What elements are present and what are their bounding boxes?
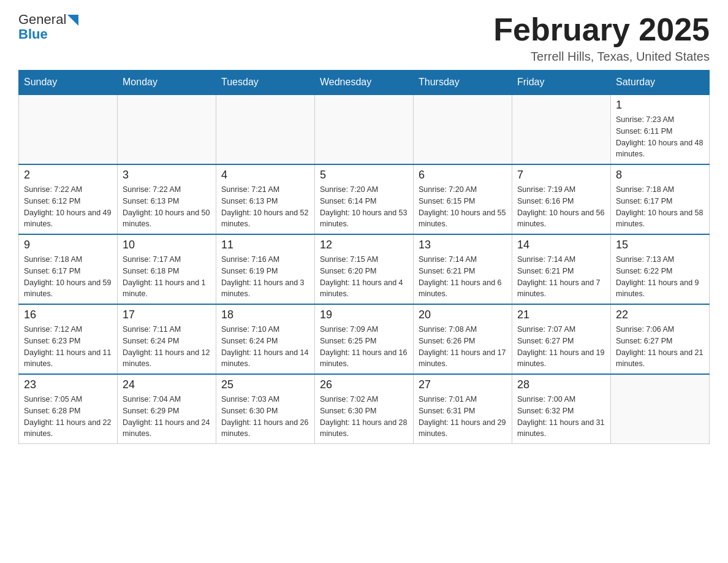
weekday-header-monday: Monday: [118, 71, 216, 95]
day-info: Sunrise: 7:01 AMSunset: 6:31 PMDaylight:…: [419, 394, 507, 440]
weekday-header-friday: Friday: [512, 71, 611, 95]
title-block: February 2025 Terrell Hills, Texas, Unit…: [493, 12, 710, 64]
calendar-day-cell: 27Sunrise: 7:01 AMSunset: 6:31 PMDayligh…: [414, 374, 512, 444]
day-number: 18: [221, 308, 309, 321]
day-info: Sunrise: 7:16 AMSunset: 6:19 PMDaylight:…: [221, 254, 309, 300]
day-info: Sunrise: 7:20 AMSunset: 6:15 PMDaylight:…: [419, 184, 507, 230]
calendar-body: 1Sunrise: 7:23 AMSunset: 6:11 PMDaylight…: [19, 94, 710, 444]
day-info: Sunrise: 7:08 AMSunset: 6:26 PMDaylight:…: [419, 324, 507, 370]
day-number: 20: [419, 308, 507, 321]
day-number: 3: [123, 169, 211, 182]
calendar-day-cell: [414, 94, 512, 164]
weekday-header-wednesday: Wednesday: [315, 71, 414, 95]
day-number: 16: [24, 308, 112, 321]
day-number: 15: [616, 239, 704, 251]
calendar-day-cell: 19Sunrise: 7:09 AMSunset: 6:25 PMDayligh…: [315, 304, 414, 374]
svg-marker-0: [67, 15, 78, 26]
calendar-day-cell: 11Sunrise: 7:16 AMSunset: 6:19 PMDayligh…: [216, 234, 315, 304]
day-info: Sunrise: 7:18 AMSunset: 6:17 PMDaylight:…: [616, 184, 704, 230]
calendar-day-cell: 6Sunrise: 7:20 AMSunset: 6:15 PMDaylight…: [414, 164, 512, 234]
calendar-header: SundayMondayTuesdayWednesdayThursdayFrid…: [19, 71, 710, 95]
day-info: Sunrise: 7:20 AMSunset: 6:14 PMDaylight:…: [320, 184, 408, 230]
day-number: 8: [616, 169, 704, 182]
calendar-day-cell: 7Sunrise: 7:19 AMSunset: 6:16 PMDaylight…: [512, 164, 611, 234]
weekday-header-row: SundayMondayTuesdayWednesdayThursdayFrid…: [19, 71, 710, 95]
calendar-day-cell: [315, 94, 414, 164]
calendar-week-row: 16Sunrise: 7:12 AMSunset: 6:23 PMDayligh…: [19, 304, 710, 374]
day-info: Sunrise: 7:14 AMSunset: 6:21 PMDaylight:…: [517, 254, 605, 300]
day-info: Sunrise: 7:04 AMSunset: 6:29 PMDaylight:…: [123, 394, 211, 440]
day-number: 13: [419, 239, 507, 251]
calendar-day-cell: 8Sunrise: 7:18 AMSunset: 6:17 PMDaylight…: [611, 164, 710, 234]
day-number: 5: [320, 169, 408, 182]
day-info: Sunrise: 7:11 AMSunset: 6:24 PMDaylight:…: [123, 324, 211, 370]
day-number: 19: [320, 308, 408, 321]
day-info: Sunrise: 7:03 AMSunset: 6:30 PMDaylight:…: [221, 394, 309, 440]
calendar-week-row: 23Sunrise: 7:05 AMSunset: 6:28 PMDayligh…: [19, 374, 710, 444]
calendar-week-row: 9Sunrise: 7:18 AMSunset: 6:17 PMDaylight…: [19, 234, 710, 304]
calendar-day-cell: 28Sunrise: 7:00 AMSunset: 6:32 PMDayligh…: [512, 374, 611, 444]
calendar-day-cell: [118, 94, 216, 164]
day-info: Sunrise: 7:00 AMSunset: 6:32 PMDaylight:…: [517, 394, 605, 440]
day-info: Sunrise: 7:12 AMSunset: 6:23 PMDaylight:…: [24, 324, 112, 370]
calendar-day-cell: 14Sunrise: 7:14 AMSunset: 6:21 PMDayligh…: [512, 234, 611, 304]
day-info: Sunrise: 7:09 AMSunset: 6:25 PMDaylight:…: [320, 324, 408, 370]
calendar-day-cell: 22Sunrise: 7:06 AMSunset: 6:27 PMDayligh…: [611, 304, 710, 374]
day-number: 11: [221, 239, 309, 251]
day-info: Sunrise: 7:18 AMSunset: 6:17 PMDaylight:…: [24, 254, 112, 300]
day-info: Sunrise: 7:07 AMSunset: 6:27 PMDaylight:…: [517, 324, 605, 370]
calendar-title: February 2025: [493, 12, 710, 47]
day-number: 27: [419, 378, 507, 391]
calendar-day-cell: [19, 94, 118, 164]
calendar-day-cell: 18Sunrise: 7:10 AMSunset: 6:24 PMDayligh…: [216, 304, 315, 374]
calendar-day-cell: 5Sunrise: 7:20 AMSunset: 6:14 PMDaylight…: [315, 164, 414, 234]
calendar-day-cell: 21Sunrise: 7:07 AMSunset: 6:27 PMDayligh…: [512, 304, 611, 374]
day-number: 12: [320, 239, 408, 251]
page-header: General Blue February 2025 Terrell Hills…: [18, 12, 710, 64]
day-info: Sunrise: 7:22 AMSunset: 6:12 PMDaylight:…: [24, 184, 112, 230]
day-number: 7: [517, 169, 605, 182]
calendar-day-cell: 26Sunrise: 7:02 AMSunset: 6:30 PMDayligh…: [315, 374, 414, 444]
day-number: 14: [517, 239, 605, 251]
calendar-day-cell: 16Sunrise: 7:12 AMSunset: 6:23 PMDayligh…: [19, 304, 118, 374]
day-info: Sunrise: 7:19 AMSunset: 6:16 PMDaylight:…: [517, 184, 605, 230]
calendar-day-cell: [216, 94, 315, 164]
calendar-subtitle: Terrell Hills, Texas, United States: [493, 50, 710, 64]
day-info: Sunrise: 7:15 AMSunset: 6:20 PMDaylight:…: [320, 254, 408, 300]
calendar-day-cell: 1Sunrise: 7:23 AMSunset: 6:11 PMDaylight…: [611, 94, 710, 164]
calendar-day-cell: 17Sunrise: 7:11 AMSunset: 6:24 PMDayligh…: [118, 304, 216, 374]
day-number: 23: [24, 378, 112, 391]
day-number: 9: [24, 239, 112, 251]
day-number: 22: [616, 308, 704, 321]
day-number: 10: [123, 239, 211, 251]
day-info: Sunrise: 7:22 AMSunset: 6:13 PMDaylight:…: [123, 184, 211, 230]
calendar-day-cell: 20Sunrise: 7:08 AMSunset: 6:26 PMDayligh…: [414, 304, 512, 374]
calendar-day-cell: 15Sunrise: 7:13 AMSunset: 6:22 PMDayligh…: [611, 234, 710, 304]
day-number: 25: [221, 378, 309, 391]
calendar-table: SundayMondayTuesdayWednesdayThursdayFrid…: [18, 70, 710, 444]
calendar-day-cell: 9Sunrise: 7:18 AMSunset: 6:17 PMDaylight…: [19, 234, 118, 304]
weekday-header-sunday: Sunday: [19, 71, 118, 95]
calendar-day-cell: 10Sunrise: 7:17 AMSunset: 6:18 PMDayligh…: [118, 234, 216, 304]
calendar-week-row: 2Sunrise: 7:22 AMSunset: 6:12 PMDaylight…: [19, 164, 710, 234]
calendar-day-cell: 25Sunrise: 7:03 AMSunset: 6:30 PMDayligh…: [216, 374, 315, 444]
day-info: Sunrise: 7:02 AMSunset: 6:30 PMDaylight:…: [320, 394, 408, 440]
weekday-header-tuesday: Tuesday: [216, 71, 315, 95]
day-info: Sunrise: 7:17 AMSunset: 6:18 PMDaylight:…: [123, 254, 211, 300]
day-info: Sunrise: 7:21 AMSunset: 6:13 PMDaylight:…: [221, 184, 309, 230]
day-number: 4: [221, 169, 309, 182]
day-info: Sunrise: 7:10 AMSunset: 6:24 PMDaylight:…: [221, 324, 309, 370]
calendar-day-cell: 24Sunrise: 7:04 AMSunset: 6:29 PMDayligh…: [118, 374, 216, 444]
calendar-day-cell: [512, 94, 611, 164]
calendar-day-cell: 12Sunrise: 7:15 AMSunset: 6:20 PMDayligh…: [315, 234, 414, 304]
logo-general-text: General: [18, 12, 66, 27]
day-number: 2: [24, 169, 112, 182]
calendar-week-row: 1Sunrise: 7:23 AMSunset: 6:11 PMDaylight…: [19, 94, 710, 164]
logo: General Blue: [18, 12, 78, 42]
calendar-day-cell: 23Sunrise: 7:05 AMSunset: 6:28 PMDayligh…: [19, 374, 118, 444]
logo-arrow-icon: [67, 15, 78, 26]
weekday-header-thursday: Thursday: [414, 71, 512, 95]
day-info: Sunrise: 7:23 AMSunset: 6:11 PMDaylight:…: [616, 114, 704, 160]
calendar-day-cell: 3Sunrise: 7:22 AMSunset: 6:13 PMDaylight…: [118, 164, 216, 234]
day-number: 6: [419, 169, 507, 182]
